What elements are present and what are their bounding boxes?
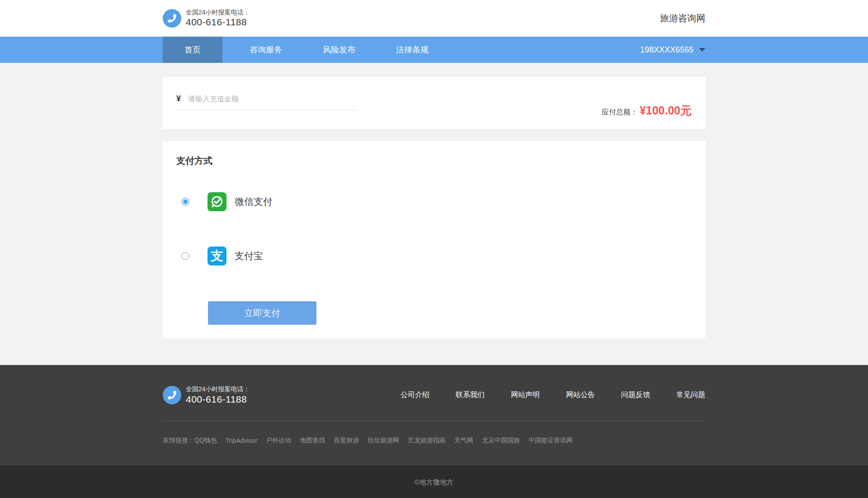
footer-hotline-label: 全国24小时报案电话： xyxy=(186,385,250,394)
payment-method-alipay[interactable]: 支 支付宝 xyxy=(163,247,263,266)
yen-symbol: ¥ xyxy=(176,94,181,104)
nav-tab-consult-service[interactable]: 咨询服务 xyxy=(236,37,296,63)
friend-link-outdoor-sports[interactable]: 户外运动 xyxy=(266,436,291,445)
friend-link-weather[interactable]: 天气网 xyxy=(454,436,473,445)
footer-hotline: 全国24小时报案电话： 400-616-1188 xyxy=(163,385,250,405)
footer-link-company-intro[interactable]: 公司介绍 xyxy=(401,390,429,400)
total-due: 应付总额： ¥100.00元 xyxy=(602,103,692,118)
friend-link-china-visa[interactable]: 中国签证资讯网 xyxy=(528,436,573,445)
copyright-text: ©地方撒地方 xyxy=(415,478,453,487)
alipay-icon: 支 xyxy=(208,247,226,266)
pay-now-button[interactable]: 立即支付 xyxy=(208,301,316,325)
friend-links-label: 友情链接： xyxy=(163,436,194,445)
header-hotline: 全国24小时报案电话： 400-616-1188 xyxy=(163,9,250,28)
friend-links-section: 友情链接： QQ钱包 TripAdvisor 户外运动 地图查找 百度旅游 欣欣… xyxy=(0,421,868,465)
footer-link-site-notice[interactable]: 网站公告 xyxy=(566,390,595,400)
nav-tab-risk-release[interactable]: 风险发布 xyxy=(309,37,369,63)
friend-link-xinxin-travel[interactable]: 欣欣旅游网 xyxy=(368,436,399,445)
user-phone: 198XXXX6565 xyxy=(640,45,693,55)
total-due-amount: ¥100.00元 xyxy=(640,103,692,118)
footer: 全国24小时报案电话： 400-616-1188 公司介绍 联系我们 网站声明 … xyxy=(0,365,868,498)
footer-link-faq[interactable]: 常见问题 xyxy=(676,390,705,400)
footer-links: 公司介绍 联系我们 网站声明 网站公告 问题反馈 常见问题 xyxy=(374,390,705,400)
amount-input-group: ¥ xyxy=(176,94,357,110)
footer-link-feedback[interactable]: 问题反馈 xyxy=(621,390,650,400)
main-nav: 首页 咨询服务 风险发布 法律条规 198XXXX6565 xyxy=(0,37,868,63)
wechat-pay-icon xyxy=(208,192,226,211)
phone-icon xyxy=(163,386,181,404)
payment-card: 支付方式 微信支付 支 xyxy=(163,141,705,338)
site-name: 旅游咨询网 xyxy=(660,12,705,24)
alipay-label: 支付宝 xyxy=(235,250,263,262)
phone-icon xyxy=(163,9,181,28)
footer-hotline-number: 400-616-1188 xyxy=(186,394,250,405)
footer-bottom-bar: ©地方撒地方 xyxy=(0,465,868,498)
total-due-label: 应付总额： xyxy=(602,108,638,117)
footer-link-site-statement[interactable]: 网站声明 xyxy=(511,390,540,400)
hotline-number: 400-616-1188 xyxy=(186,16,250,28)
friend-link-tripadvisor[interactable]: TripAdvisor xyxy=(226,437,257,444)
payment-method-wechat[interactable]: 微信支付 xyxy=(163,192,273,211)
recharge-card: ¥ 应付总额： ¥100.00元 xyxy=(163,77,705,129)
payment-method-title: 支付方式 xyxy=(176,155,212,167)
friend-link-qq-wallet[interactable]: QQ钱包 xyxy=(194,436,217,445)
alipay-radio[interactable] xyxy=(181,252,189,260)
hotline-label: 全国24小时报案电话： xyxy=(186,9,250,17)
user-account-menu[interactable]: 198XXXX6565 xyxy=(640,45,705,55)
friend-link-cits[interactable]: 北京中国国旅 xyxy=(482,436,520,445)
nav-tab-legal-terms[interactable]: 法律条规 xyxy=(382,37,442,63)
wechat-radio[interactable] xyxy=(181,198,189,206)
chevron-down-icon xyxy=(699,48,705,52)
friend-link-elong-guide[interactable]: 艺龙旅游指南 xyxy=(408,436,446,445)
nav-tab-home[interactable]: 首页 xyxy=(163,37,222,63)
friend-link-baidu-travel[interactable]: 百度旅游 xyxy=(334,436,359,445)
friend-link-map-search[interactable]: 地图查找 xyxy=(300,436,325,445)
wechat-pay-label: 微信支付 xyxy=(235,195,273,208)
nav-tabs: 首页 咨询服务 风险发布 法律条规 xyxy=(163,37,456,63)
recharge-amount-input[interactable] xyxy=(188,95,342,103)
footer-link-contact-us[interactable]: 联系我们 xyxy=(456,390,485,400)
header: 全国24小时报案电话： 400-616-1188 旅游咨询网 xyxy=(0,0,868,37)
main-content: ¥ 应付总额： ¥100.00元 支付方式 xyxy=(0,63,868,365)
